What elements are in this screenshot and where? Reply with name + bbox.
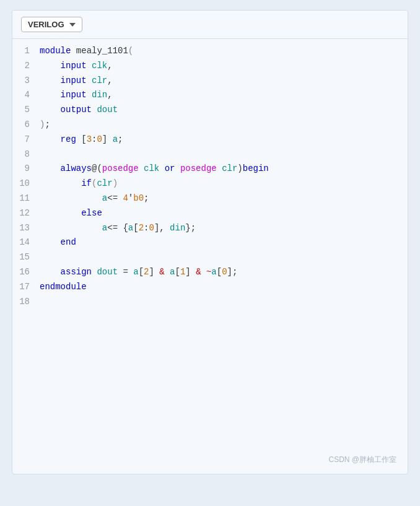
code-line: input din, [40,88,403,103]
line-number: 10 [17,177,30,191]
line-number: 17 [17,280,30,295]
code-line [40,147,403,162]
code-line: module mealy_1101( [40,44,403,59]
line-number: 14 [17,235,30,250]
line-number: 11 [17,191,30,206]
line-number: 18 [17,295,30,310]
code-line: always@(posedge clk or posedge clr)begin [40,162,403,177]
code-line: output dout [40,103,403,118]
code-editor: VERILOG 123456789101112131415161718 modu… [12,10,408,474]
code-line: end [40,235,403,250]
code-lines: module mealy_1101( input clk, input clr,… [35,44,408,309]
code-line: input clk, [40,59,403,74]
code-line: if(clr) [40,177,403,191]
code-line: input clr, [40,74,403,89]
line-number: 13 [17,221,30,236]
line-number: 2 [17,59,30,74]
line-number: 5 [17,103,30,118]
line-number: 12 [17,206,30,221]
code-line: ); [40,118,403,133]
toolbar: VERILOG [12,11,408,39]
line-number: 6 [17,118,30,133]
watermark: CSDN @胖柚工作室 [328,455,396,465]
line-number: 7 [17,133,30,147]
code-line: a<= 4'b0; [40,191,403,206]
line-number: 16 [17,265,30,280]
line-number: 4 [17,88,30,103]
code-line [40,250,403,265]
code-line: endmodule [40,280,403,295]
line-number: 15 [17,250,30,265]
chevron-down-icon [69,23,76,27]
line-number: 8 [17,147,30,162]
language-selector[interactable]: VERILOG [21,17,82,32]
line-number: 1 [17,44,30,59]
line-numbers: 123456789101112131415161718 [12,44,35,309]
line-number: 9 [17,162,30,177]
language-label: VERILOG [28,20,64,29]
code-line: reg [3:0] a; [40,133,403,147]
line-number: 3 [17,74,30,89]
code-line [40,295,403,310]
code-line: assign dout = a[2] & a[1] & ~a[0]; [40,265,403,280]
code-area: 123456789101112131415161718 module mealy… [12,39,408,314]
code-line: else [40,206,403,221]
code-line: a<= {a[2:0], din}; [40,221,403,236]
